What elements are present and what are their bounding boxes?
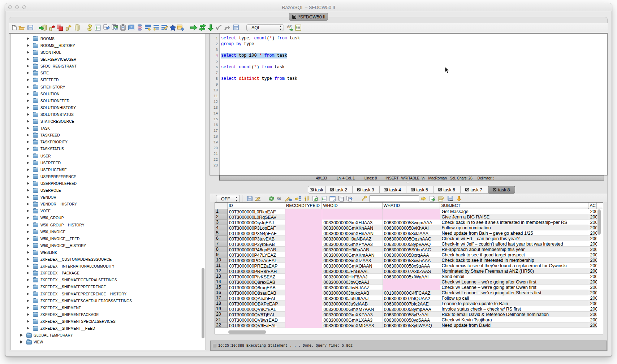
svg-text:66: 66: [277, 196, 281, 201]
svg-text:66: 66: [287, 24, 292, 29]
